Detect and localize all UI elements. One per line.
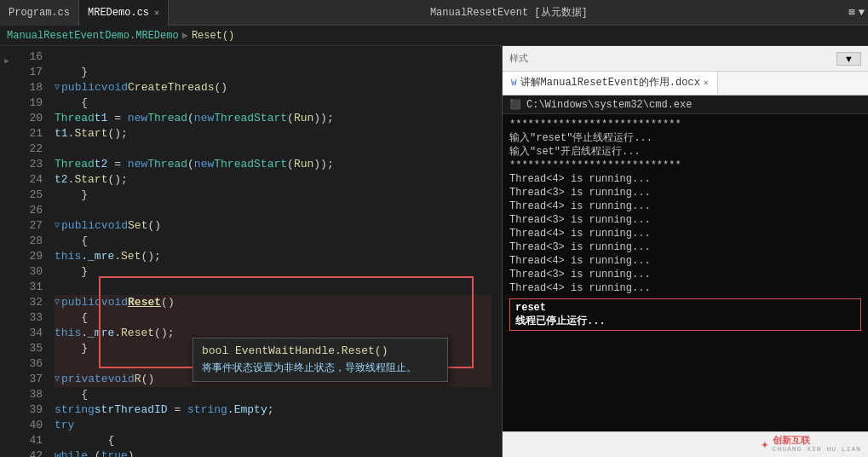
main-area: ▶ 16171819202122232425262728293031323334… — [0, 46, 868, 457]
strip-button-1[interactable]: ▼ — [836, 52, 861, 66]
right-tabs: W 讲解ManualResetEvent的作用.docx ✕ — [503, 72, 868, 95]
doc-tab-close[interactable]: ✕ — [704, 78, 709, 88]
tab-bar: Program.cs MREDemo.cs ✕ ManualResetEvent… — [0, 0, 868, 26]
right-top-strip: 样式 ▼ — [503, 46, 868, 72]
tooltip-desc: 将事件状态设置为非终止状态，导致线程阻止。 — [202, 361, 439, 376]
cmd-title-bar: ⬛ C:\Windows\system32\cmd.exe — [503, 95, 868, 114]
branding: ✦ 创新互联 CHUANG XIN HU LIAN — [503, 431, 868, 457]
doc-tab-label: 讲解ManualResetEvent的作用.docx — [520, 75, 700, 90]
tab-mredemo[interactable]: MREDemo.cs ✕ — [79, 0, 169, 26]
cmd-icon: ⬛ — [509, 99, 521, 110]
breadcrumb-method: Reset() — [192, 30, 234, 42]
doc-tab-icon: W — [511, 78, 517, 88]
cmd-content: ****************************输入"reset"停止线… — [503, 114, 868, 431]
app-container: Program.cs MREDemo.cs ✕ ManualResetEvent… — [0, 0, 868, 457]
code-area[interactable]: bool EventWaitHandle.Reset() 将事件状态设置为非终止… — [48, 46, 491, 457]
tooltip: bool EventWaitHandle.Reset() 将事件状态设置为非终止… — [193, 338, 448, 382]
cmd-title-text: C:\Windows\system32\cmd.exe — [526, 99, 692, 111]
breadcrumb: ManualResetEventDemo.MREDemo ▶ Reset() — [0, 26, 868, 46]
tab-program-label: Program.cs — [9, 7, 70, 19]
tab-manual-close[interactable]: ⊠ — [849, 6, 855, 19]
tab-mredemo-label: MREDemo.cs — [88, 7, 149, 19]
editor-container[interactable]: 1617181920212223242526272829303132333435… — [12, 46, 502, 457]
brand-logo: ✦ 创新互联 CHUANG XIN HU LIAN — [761, 436, 861, 454]
breadcrumb-namespace: ManualResetEventDemo.MREDemo — [7, 30, 179, 42]
brand-icon: ✦ — [761, 436, 769, 453]
minimap[interactable] — [491, 46, 502, 457]
right-tab-doc[interactable]: W 讲解ManualResetEvent的作用.docx ✕ — [503, 72, 718, 95]
sidebar-icons: ▶ — [0, 46, 12, 457]
tab-expand[interactable]: ▼ — [859, 7, 865, 19]
tab-mredemo-close[interactable]: ✕ — [154, 8, 159, 18]
tooltip-method: bool EventWaitHandle.Reset() — [202, 344, 439, 359]
tab-program[interactable]: Program.cs — [0, 0, 79, 26]
strip-label: 样式 — [509, 52, 528, 65]
brand-sub: CHUANG XIN HU LIAN — [773, 446, 861, 454]
cmd-window: ⬛ C:\Windows\system32\cmd.exe **********… — [503, 95, 868, 431]
right-panel: 样式 ▼ W 讲解ManualResetEvent的作用.docx ✕ ⬛ C:… — [502, 46, 868, 457]
tab-manual-label: ManualResetEvent [从元数据] — [169, 5, 849, 20]
line-numbers: 1617181920212223242526272829303132333435… — [12, 46, 48, 457]
